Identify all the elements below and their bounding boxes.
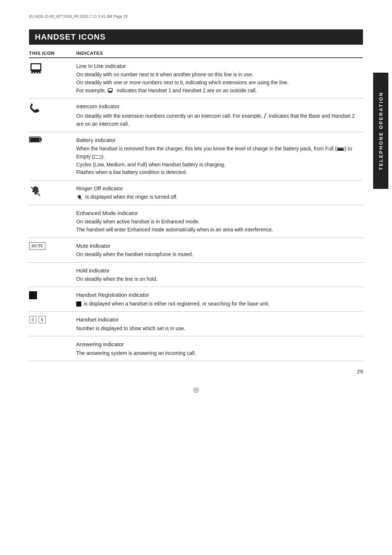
table-row-answering: Answering indicatorThe answering system … (29, 336, 363, 361)
col2-header: INDICATES (76, 50, 363, 56)
table-row-hold: Hold indicatorOn steadily when the line … (29, 263, 363, 287)
icon-cell-registration (29, 291, 65, 299)
indicator-desc-intercom: On steadily with the extension numbers c… (76, 112, 363, 128)
side-tab: TELEPHONE OPERATION (373, 73, 388, 189)
indicator-title-line-in-use: Line In Use indicator (76, 62, 363, 70)
ringer-inline-icon (76, 194, 83, 201)
indicator-desc-hold: On steadily when the line is on hold. (76, 275, 363, 283)
square-inline-icon (76, 301, 81, 307)
battery-icon (29, 137, 41, 142)
phone-icon: 1 (29, 62, 43, 76)
ringer-off-icon (29, 185, 42, 198)
icon-cell-line-in-use: 1 (29, 62, 65, 76)
indicator-title-intercom: Intercom indicator (76, 102, 363, 110)
desc-cell-answering: Answering indicatorThe answering system … (76, 340, 363, 357)
table-row-intercom: Intercom indicatorOn steadily with the e… (29, 98, 363, 132)
svg-rect-5 (38, 72, 39, 73)
indicator-desc-ringer-off: is displayed when the ringer is turned o… (76, 193, 363, 201)
svg-point-11 (34, 193, 37, 195)
page-number: 29 (29, 368, 363, 374)
desc-cell-intercom: Intercom indicatorOn steadily with the e… (76, 102, 363, 128)
rows-container: 1 Line In Use indicatorOn steadily with … (29, 58, 363, 361)
indicator-title-battery: Battery indicator (76, 136, 363, 144)
table-row-registration: Handset Registration indicator is displa… (29, 287, 363, 312)
indicator-title-handset: Handset indicator (76, 315, 363, 324)
indicator-title-answering: Answering indicator (76, 340, 363, 348)
indicator-desc-answering: The answering system is answering an inc… (76, 349, 363, 357)
desc-cell-hold: Hold indicatorOn steadily when the line … (76, 266, 363, 283)
table-header: THIS ICON INDICATES (29, 50, 363, 58)
table-row-line-in-use: 1 Line In Use indicatorOn steadily with … (29, 58, 363, 98)
indicator-title-enhanced-mode: Enhanced Mode indicator (76, 209, 363, 217)
icon-cell-battery (29, 136, 65, 142)
svg-rect-1 (32, 64, 40, 69)
svg-rect-9 (108, 92, 112, 93)
intercom-inline: ⌈ (264, 113, 266, 119)
table-row-handset: 0 6 Handset indicatorNumber is displayed… (29, 312, 363, 336)
num-box-6: 6 (38, 316, 46, 323)
icon-cell-mute: MUTE (29, 242, 65, 250)
indicator-title-ringer-off: Ringer Off indicator (76, 184, 363, 193)
empty-battery-inline (94, 155, 101, 159)
svg-rect-8 (108, 89, 112, 91)
page-container: 91-5438-20-00_ATT3358_R0 2003.7.11 9:41 … (29, 0, 363, 417)
svg-rect-3 (33, 72, 34, 73)
intercom-icon (29, 103, 40, 116)
indicator-desc-battery: When the handset is removed from the cha… (76, 145, 363, 177)
mute-box: MUTE (29, 242, 45, 250)
indicator-desc-line-in-use: On steadily with no number next to it wh… (76, 71, 363, 94)
indicator-title-registration: Handset Registration indicator (76, 291, 363, 299)
desc-cell-battery: Battery indicatorWhen the handset is rem… (76, 136, 363, 177)
table-row-battery: Battery indicatorWhen the handset is rem… (29, 132, 363, 181)
icon-cell-enhanced-mode (29, 209, 65, 210)
print-header: 91-5438-20-00_ATT3358_R0 2003.7.11 9:41 … (29, 15, 363, 19)
table-row-enhanced-mode: Enhanced Mode indicatorOn steadily when … (29, 205, 363, 238)
table-row-ringer-off: Ringer Off indicator is displayed when t… (29, 181, 363, 205)
desc-cell-enhanced-mode: Enhanced Mode indicatorOn steadily when … (76, 209, 363, 234)
indicator-desc-registration: is displayed when a handset is either no… (76, 300, 363, 308)
table-row-mute: MUTEMute indicatorOn steadily when the h… (29, 238, 363, 263)
crosshair-bottom: ⊕ (29, 385, 363, 395)
col1-header: THIS ICON (29, 50, 65, 56)
svg-point-15 (79, 198, 80, 199)
full-battery-inline (337, 147, 344, 151)
indicator-desc-handset: Number is displayed to show which set is… (76, 325, 363, 333)
indicator-title-mute: Mute indicator (76, 242, 363, 250)
num-box-0: 0 (29, 316, 36, 323)
icon-cell-handset: 0 6 (29, 315, 65, 323)
indicator-desc-enhanced-mode: On steadily when active handset is in En… (76, 218, 363, 234)
icon-cell-ringer-off (29, 184, 65, 198)
section-title: HANDSET ICONS (29, 29, 363, 45)
indicator-title-hold: Hold indicator (76, 266, 363, 275)
desc-cell-registration: Handset Registration indicator is displa… (76, 291, 363, 308)
icon-cell-hold (29, 266, 65, 267)
icon-cell-answering (29, 340, 65, 341)
desc-cell-line-in-use: Line In Use indicatorOn steadily with no… (76, 62, 363, 94)
icon-cell-intercom (29, 102, 65, 116)
handset-numbers: 0 6 (29, 316, 46, 323)
desc-cell-mute: Mute indicatorOn steadily when the hands… (76, 242, 363, 259)
side-tab-label: TELEPHONE OPERATION (378, 92, 384, 170)
indicator-desc-mute: On steadily when the handset microphone … (76, 251, 363, 259)
black-square-icon (29, 291, 37, 299)
phone-inline-icon (107, 88, 114, 94)
svg-rect-4 (35, 72, 37, 73)
desc-cell-ringer-off: Ringer Off indicator is displayed when t… (76, 184, 363, 201)
desc-cell-handset: Handset indicatorNumber is displayed to … (76, 315, 363, 332)
